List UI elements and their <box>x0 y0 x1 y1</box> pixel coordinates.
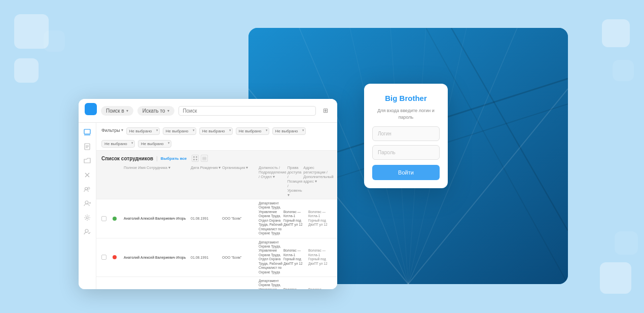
filters-toggle-arrow[interactable]: ▾ <box>121 128 123 132</box>
app-body: Фильтры ▾ Не выбрано Не выбрано <box>79 123 337 289</box>
bg-square-6 <box>600 262 631 294</box>
svg-rect-29 <box>196 156 197 158</box>
row-dept: Департамент Охрана Труда, Управление Охр… <box>259 279 282 289</box>
search-in-arrow: ▾ <box>126 109 128 113</box>
row-access: Волопас — Котла-1 Горный под ДвэПТ ул 12 <box>283 210 307 227</box>
col-org[interactable]: Организация ▾ <box>222 165 258 197</box>
content-area: Фильтры ▾ Не выбрано Не выбрано <box>96 123 337 289</box>
list-section-header: Список сотрудников | Выбрать все <box>96 151 337 164</box>
bg-square-2 <box>14 58 39 83</box>
sidebar-item-settings[interactable] <box>82 212 93 223</box>
filter-3-wrap: Не выбрано <box>199 125 233 135</box>
svg-rect-13 <box>84 129 90 134</box>
row-checkbox[interactable] <box>101 255 106 260</box>
row-date: 01.08.1991 <box>191 217 221 220</box>
col-check <box>101 165 112 197</box>
row-date: 01.08.1991 <box>191 256 221 259</box>
filter-5[interactable]: Не выбрано <box>272 127 306 135</box>
row-docs: Волопас — Котла-1 Горный под ДвэПТ ул 12 <box>308 288 332 289</box>
filter-6[interactable]: Не выбрано <box>101 140 135 148</box>
search-what-arrow: ▾ <box>167 109 169 113</box>
bg-square-5 <box>613 60 634 81</box>
status-dot <box>113 217 117 221</box>
search-what-pill[interactable]: Искать то ▾ <box>137 106 174 116</box>
table-row[interactable]: Анатолий Алексей Валериевич Игорь 01.08.… <box>96 277 337 289</box>
sidebar-item-folder[interactable] <box>82 155 93 166</box>
status-dot <box>113 255 117 259</box>
table-rows: Анатолий Алексей Валериевич Игорь 01.08.… <box>96 199 337 289</box>
modal-subtitle: Для входа введите логин и пароль <box>372 108 440 120</box>
svg-rect-30 <box>193 159 195 160</box>
filters-label: Фильтры ▾ <box>101 128 123 133</box>
svg-rect-31 <box>196 159 197 160</box>
table-row[interactable]: Анатолий Алексей Валериевич Игорь 01.08.… <box>96 238 337 277</box>
row-org: ООО "Бояк" <box>222 217 258 220</box>
svg-point-27 <box>85 229 88 232</box>
sidebar-item-employees[interactable] <box>82 127 93 138</box>
list-view-grid[interactable] <box>192 155 199 162</box>
search-in-pill[interactable]: Поиск в ▾ <box>101 106 133 116</box>
app-window: Поиск в ▾ Искать то ▾ ⊞ <box>79 99 337 289</box>
svg-point-26 <box>86 217 88 219</box>
svg-rect-28 <box>193 156 195 158</box>
row-dept: Департамент Охрана Труда, Управление Охр… <box>259 240 282 275</box>
filter-6-wrap: Не выбрано <box>101 138 135 148</box>
search-in-label: Поиск в <box>106 108 124 114</box>
row-org: ООО "Бояк" <box>222 256 258 259</box>
row-name: Анатолий Алексей Валериевич Игорь <box>124 216 190 221</box>
row-access: Волопас — Котла-1 Горный под ДвэПТ ул 12 <box>283 249 307 266</box>
grid-icon[interactable]: ⊞ <box>320 105 331 116</box>
filter-1-wrap: Не выбрано <box>126 125 160 135</box>
search-what-label: Искать то <box>142 108 165 114</box>
filter-2-wrap: Не выбрано <box>163 125 196 135</box>
bg-square-3 <box>44 30 65 52</box>
search-input[interactable] <box>178 106 316 116</box>
col-access[interactable]: Права доступа / Позиция / Уровень ▾ <box>288 165 303 197</box>
row-checkbox[interactable] <box>101 216 106 221</box>
col-date[interactable]: Дата Рождения ▾ <box>191 165 221 197</box>
col-docs[interactable]: Адрес регистрации / Дополнительный адрес… <box>303 165 333 197</box>
row-dept: Департамент Охрана Труда, Управление Охр… <box>259 201 282 236</box>
filter-2[interactable]: Не выбрано <box>163 127 196 135</box>
filter-1[interactable]: Не выбрано <box>126 127 160 135</box>
col-name[interactable]: Полное Имя Сотрудника ▾ <box>124 165 190 197</box>
list-title: Список сотрудников <box>101 156 153 161</box>
col-dept[interactable]: Должность / Подразделение / Отдел ▾ <box>259 165 287 197</box>
filter-4[interactable]: Не выбрано <box>236 127 269 135</box>
login-input[interactable] <box>372 126 440 141</box>
row-docs: Волопас — Котла-1 Горный под ДвэПТ ул 12 <box>308 210 332 227</box>
svg-point-22 <box>88 187 90 189</box>
row-docs: Волопас — Котла-1 Горный под ДвэПТ ул 12 <box>308 249 332 266</box>
bg-square-4 <box>602 19 630 47</box>
sidebar-item-verify[interactable] <box>82 226 93 237</box>
bg-square-7 <box>615 231 638 255</box>
app-logo <box>85 103 97 115</box>
scene: Поиск в ▾ Искать то ▾ ⊞ <box>0 0 644 313</box>
sidebar-item-documents[interactable] <box>82 141 93 152</box>
filter-3[interactable]: Не выбрано <box>199 127 233 135</box>
row-name: Анатолий Алексей Валериевич Игорь <box>124 255 190 260</box>
table-header: Полное Имя Сотрудника ▾ Дата Рождения ▾ … <box>96 164 337 199</box>
app-header: Поиск в ▾ Искать то ▾ ⊞ <box>79 99 337 123</box>
filters-bar: Фильтры ▾ Не выбрано Не выбрано <box>96 123 337 151</box>
password-input[interactable] <box>372 145 440 160</box>
row-access: Волопас — Котла-1 Горный под ДвэПТ ул 12 <box>283 288 307 289</box>
select-all-link[interactable]: Выбрать все <box>161 156 187 161</box>
col-status <box>113 165 123 197</box>
filter-4-wrap: Не выбрано <box>236 125 269 135</box>
login-modal: Big Brother Для входа введите логин и па… <box>364 84 448 188</box>
sidebar <box>79 123 96 289</box>
filter-7[interactable]: Не выбрано <box>138 140 171 148</box>
svg-point-23 <box>85 201 88 204</box>
table-row[interactable]: Анатолий Алексей Валериевич Игорь 01.08.… <box>96 199 337 238</box>
sidebar-item-group[interactable] <box>82 184 93 195</box>
sidebar-item-add-person[interactable] <box>82 198 93 209</box>
sidebar-item-tools[interactable] <box>82 169 93 181</box>
login-button[interactable]: Войти <box>372 165 440 180</box>
filter-7-wrap: Не выбрано <box>138 138 171 148</box>
modal-title: Big Brother <box>385 94 427 102</box>
list-view-list[interactable] <box>201 155 208 162</box>
filter-5-wrap: Не выбрано <box>272 125 306 135</box>
